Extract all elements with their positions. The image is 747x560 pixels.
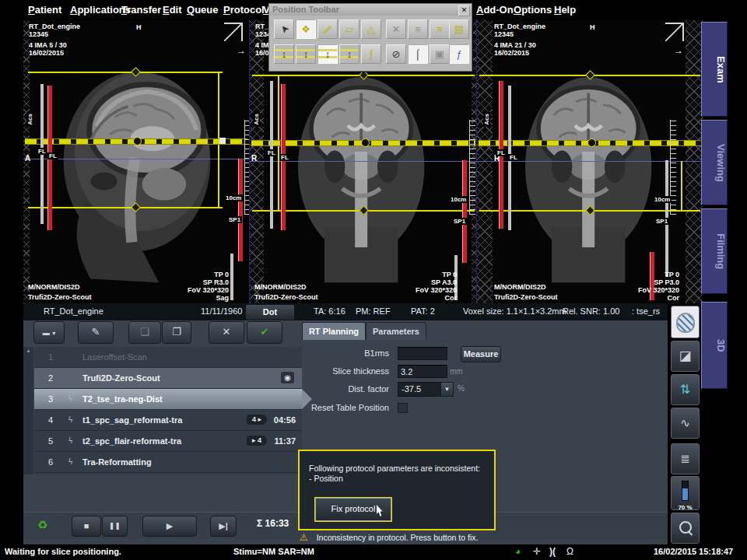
- stat-pat: PAT: 2: [411, 306, 435, 316]
- parallel-lines-dim-tool-button[interactable]: ≡: [408, 19, 428, 39]
- measure-button[interactable]: Measure: [461, 346, 501, 362]
- segment-corner-icon[interactable]: [665, 23, 684, 41]
- queue-row-2[interactable]: 2 Trufi2D-Zero-Scout ◉: [34, 368, 302, 389]
- mri-sagittal-image: [45, 50, 229, 288]
- close-icon[interactable]: ✕: [458, 5, 470, 16]
- slice-position-tool-button[interactable]: [671, 306, 700, 338]
- tab-rt-planning[interactable]: RT Planning: [302, 322, 366, 340]
- menu-edit[interactable]: Edit: [163, 4, 182, 16]
- magnifier-tool-button[interactable]: [671, 513, 700, 544]
- face-profile-tool-button[interactable]: ƒ: [449, 44, 469, 64]
- sp-label: SP1: [654, 218, 669, 225]
- protocol-card-tool-button[interactable]: ≣: [671, 443, 700, 474]
- tab-parameters[interactable]: Parameters: [366, 322, 426, 340]
- fov-right-edge[interactable]: [681, 161, 682, 210]
- slice-handle[interactable]: [587, 138, 596, 147]
- menu-queue[interactable]: Queue: [187, 4, 218, 16]
- parallel-lines-tool-button[interactable]: ≡: [430, 19, 450, 39]
- menu-patient[interactable]: Patient: [28, 4, 61, 16]
- image-display-tool-button[interactable]: ◪: [671, 341, 700, 372]
- inconsistency-status: ⚠ Inconsistency in protocol. Press butto…: [300, 532, 478, 543]
- queue-row-6[interactable]: 6 ϟ Tra-Reformatting: [34, 452, 302, 473]
- coil-range-bar-right: [462, 160, 467, 263]
- slice-handle[interactable]: [133, 137, 142, 145]
- play-button[interactable]: ▶: [142, 516, 197, 537]
- pointer-tool-button[interactable]: ➤: [274, 19, 294, 39]
- chevron-down-icon[interactable]: ▼: [440, 382, 454, 397]
- b1rms-input[interactable]: [398, 347, 447, 360]
- volume-slider-icon[interactable]: [682, 481, 689, 501]
- head-rotate-tool-button[interactable]: ⊘: [386, 44, 406, 64]
- recycle-bin-icon[interactable]: ♻: [37, 518, 47, 532]
- segment-hatch-border: [686, 20, 703, 303]
- image-segment-sagittal[interactable]: RT_Dot_engine 12345 4 IMA 5 / 30 16/02/2…: [23, 20, 249, 303]
- tab-filming[interactable]: Filming: [701, 208, 728, 294]
- segment-arrow-icon: →: [674, 45, 683, 56]
- slice-thickness-input[interactable]: [398, 365, 447, 378]
- image-segment-coronal-right[interactable]: RT_Dot_engine 12345 4 IMA 21 / 30 16/02/…: [476, 20, 703, 303]
- dist-factor-select[interactable]: -37.5: [398, 382, 443, 397]
- orientation-label-h: H: [590, 23, 595, 31]
- stop-button[interactable]: ■: [72, 516, 101, 537]
- three-point-plane-tool-button[interactable]: △: [361, 19, 381, 39]
- skip-to-end-button[interactable]: ▶|: [210, 516, 237, 537]
- scale-ruler: [244, 120, 249, 215]
- menu-transfer[interactable]: Transfer: [121, 4, 161, 16]
- menu-help[interactable]: Help: [554, 4, 576, 16]
- saturation-band-tool-button[interactable]: ▤: [449, 19, 469, 39]
- slab-tool-button[interactable]: ▱: [339, 19, 359, 39]
- menu-options[interactable]: Options: [514, 4, 552, 16]
- tab-3d[interactable]: 3D: [701, 302, 728, 389]
- head-profile-tool-button[interactable]: ⌠: [408, 44, 428, 64]
- folder-icon: ❏: [140, 326, 149, 338]
- fov-top-line[interactable]: [28, 72, 223, 73]
- menu-add-on[interactable]: Add-On: [476, 4, 514, 16]
- slice-thickness-label: Slice thickness: [303, 366, 389, 376]
- image-protocol-label: Trufi2D-Zero-Scout: [28, 293, 92, 301]
- patient-reposition-tool-button[interactable]: ⇅: [671, 374, 700, 405]
- progress-pie-icon: ◕: [515, 546, 521, 557]
- queue-row-5[interactable]: 5 ϟ t2_spc_flair-reformat-tra ▸ 4 11:37: [34, 431, 302, 452]
- delete-graphics-tool-button[interactable]: ✕: [386, 19, 406, 39]
- slice-end-marker[interactable]: [219, 138, 226, 144]
- mri-coronal-image: [499, 50, 682, 288]
- cancel-step-button[interactable]: ✕: [209, 321, 244, 344]
- reset-table-checkbox[interactable]: [398, 403, 408, 413]
- contrast-injector-button[interactable]: ✎: [78, 321, 114, 344]
- stop-icon: ■: [84, 521, 89, 530]
- dist-factor-label: Dist. factor: [303, 384, 389, 394]
- queue-row-1[interactable]: 1 Laseroffset-Scan: [34, 347, 302, 368]
- tab-exam[interactable]: Exam: [701, 22, 728, 117]
- stat-ta: TA: 6:16: [314, 306, 345, 316]
- move-rotate-tool-button[interactable]: ❖: [296, 19, 316, 39]
- slice-handle[interactable]: [361, 138, 370, 147]
- segment-corner-icon[interactable]: [224, 23, 243, 41]
- card-menu-button[interactable]: ▬ ▾: [33, 321, 65, 344]
- patient-volume-tool-button[interactable]: 70 %: [671, 476, 700, 510]
- browse-protocols-button[interactable]: ❏: [128, 321, 161, 344]
- dist-factor-unit: %: [458, 384, 465, 393]
- saturation-region-tool-button[interactable]: ▣: [430, 44, 450, 64]
- inline-display-tool-button[interactable]: ∿: [671, 408, 700, 439]
- pause-button[interactable]: ❚❚: [102, 516, 128, 537]
- menu-protocol[interactable]: Protocol: [223, 4, 265, 16]
- stack-spacing-center-tool-button[interactable]: ↕: [317, 44, 338, 64]
- axis-label: Acs: [26, 112, 33, 127]
- dot-engine-button[interactable]: Dot: [245, 304, 295, 320]
- tab-viewing[interactable]: Viewing: [701, 120, 728, 205]
- stack-spacing-wide-tool-button[interactable]: ↕: [274, 44, 294, 64]
- axis-label: Acs: [483, 112, 490, 127]
- fov-bottom-line[interactable]: [28, 207, 223, 208]
- position-toolbar-window[interactable]: Position Toolbar ✕ ➤ ❖ ∥ ▱ △ ✕ ≡ ≡ ▤ ↕ ↕…: [268, 3, 472, 72]
- document-lines-icon: ≣: [680, 452, 690, 465]
- magnifier-icon: [679, 521, 692, 534]
- stack-align-tool-button[interactable]: ↕: [339, 44, 359, 64]
- tilt-slice-tool-button[interactable]: ∥: [317, 19, 338, 39]
- fix-protocol-button[interactable]: Fix protocol: [315, 498, 391, 521]
- stack-spacing-narrow-tool-button[interactable]: ↕: [296, 44, 316, 64]
- copy-protocol-button[interactable]: ❐: [162, 321, 191, 344]
- apply-step-button[interactable]: ✔: [247, 321, 282, 344]
- queue-row-4[interactable]: 4 ϟ t1_spc_sag_reformat-tra 4 ▸ 04:56: [34, 410, 302, 431]
- list-scrollbar[interactable]: ▴: [23, 347, 33, 474]
- profile-curve-tool-button[interactable]: ∫: [361, 44, 381, 64]
